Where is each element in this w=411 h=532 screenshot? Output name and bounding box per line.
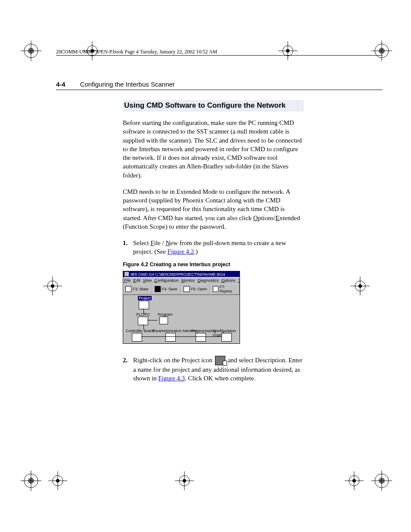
tbtn-label: F4: Save <box>162 287 177 291</box>
tbtn-label: F7: Repres <box>220 285 237 293</box>
toolbar-state[interactable]: F3: State <box>123 283 153 295</box>
node-ctrlboard-label: Controller Board <box>126 329 154 333</box>
menu-edit[interactable]: Edit <box>133 278 140 283</box>
text: . Click OK when complete. <box>185 375 255 382</box>
regmark-mid-right <box>351 277 370 296</box>
node-plcpc-icon[interactable] <box>138 317 148 325</box>
node-cfgframe-icon[interactable] <box>221 333 232 342</box>
underline-extended: E <box>276 215 280 221</box>
state-icon <box>125 286 131 292</box>
text: .) <box>194 248 198 255</box>
step-number: 1. <box>123 239 133 256</box>
underline-file: F <box>150 240 154 246</box>
menu-file[interactable]: File <box>124 278 131 283</box>
text: ptions/ <box>258 215 276 221</box>
regmark-top-right-target <box>278 41 297 60</box>
node-preproc-label: Preprocessing <box>191 329 216 333</box>
sysmenu-icon <box>125 272 129 276</box>
regmark-top-right <box>371 40 392 61</box>
rule-top <box>56 55 383 56</box>
step-2: 2. Right-click on the Project icon and s… <box>123 356 304 383</box>
regmark-top-left <box>21 40 41 61</box>
link-figure-4-2[interactable]: Figure 4.2 <box>168 248 194 255</box>
menu-options[interactable]: Options <box>221 278 236 283</box>
regmark-bottom-right <box>371 470 392 491</box>
rule-header <box>56 90 383 90</box>
tbtn-label: F3: State <box>133 287 149 291</box>
step-number: 2. <box>123 356 133 383</box>
toolbar: F3: State F4: Save F5: Open F7: Repres <box>123 283 240 295</box>
toolbar-repres[interactable]: F7: Repres <box>211 283 240 295</box>
paragraph-2: CMD needs to be in Extended Mode to conf… <box>123 187 304 231</box>
open-icon <box>184 286 190 292</box>
underline-options: O <box>253 215 258 221</box>
connector <box>141 336 221 337</box>
regmark-bottom-left <box>21 470 41 491</box>
toolbar-save[interactable]: F4: Save <box>153 283 182 295</box>
link-figure-4-3[interactable]: Figure 4.3 <box>158 375 185 382</box>
underline-new: N <box>165 240 170 246</box>
paragraph-1: Before starting the configuration, make … <box>123 118 304 180</box>
repres-icon <box>213 286 218 292</box>
section-title: Using CMD Software to Configure the Netw… <box>123 100 304 112</box>
regmark-bottom-right-target <box>345 471 364 490</box>
regmark-mid-left <box>43 277 62 296</box>
node-project-label: Project <box>138 296 152 300</box>
regmark-bottom-mid <box>175 471 194 490</box>
text: ile / <box>154 240 166 246</box>
book-header-line: 20COMM-UM007A-EN-P.book Page 4 Tuesday, … <box>56 49 217 55</box>
node-preproc-icon[interactable] <box>196 333 206 342</box>
node-parammem-icon[interactable] <box>165 333 176 342</box>
save-icon <box>155 286 161 292</box>
node-plcpc-label: PLC/PC <box>136 312 150 317</box>
text: Right-click on the Project icon <box>133 357 214 364</box>
menu-view[interactable]: View <box>143 278 152 283</box>
node-parammem-label: Parameterization Memory <box>153 329 197 333</box>
menu-configuration[interactable]: Configuration <box>154 278 179 283</box>
regmark-bottom-left-target <box>48 471 67 490</box>
step-1: 1. Select File / New from the pull-down … <box>123 239 304 256</box>
menubar: File Edit View Configuration Monitor Dia… <box>123 277 240 283</box>
text: Select <box>133 240 150 246</box>
node-project-icon[interactable] <box>139 301 149 309</box>
menu-monitor[interactable]: Monitor <box>181 278 195 283</box>
figure-4-2: IBS CMD G4 C:\IBSCMD\PROJECT\NONAME.BG4 … <box>123 271 240 344</box>
page-number: 4-4 <box>56 81 65 88</box>
page-header: 4-4 Configuring the Interbus Scanner <box>56 81 383 88</box>
chapter-title: Configuring the Interbus Scanner <box>80 81 175 88</box>
menu-help[interactable]: ? <box>238 278 240 283</box>
menu-diagnostics[interactable]: Diagnostics <box>197 278 218 283</box>
node-program-label: Program <box>158 312 173 317</box>
window-title: IBS CMD G4 C:\IBSCMD\PROJECT\NONAME.BG4 <box>131 272 225 277</box>
connector <box>147 320 158 320</box>
figure-caption: Figure 4.2 Creating a new Interbus proje… <box>123 261 304 268</box>
tbtn-label: F5: Open <box>191 287 207 291</box>
node-program-icon[interactable] <box>159 317 168 324</box>
project-icon <box>215 356 225 365</box>
toolbar-open[interactable]: F5: Open <box>181 283 211 295</box>
figure-canvas: Project PLC/PC Program Controller Board … <box>123 295 240 343</box>
window-titlebar: IBS CMD G4 C:\IBSCMD\PROJECT\NONAME.BG4 <box>123 271 240 277</box>
node-ctrlboard-icon[interactable] <box>132 333 142 342</box>
